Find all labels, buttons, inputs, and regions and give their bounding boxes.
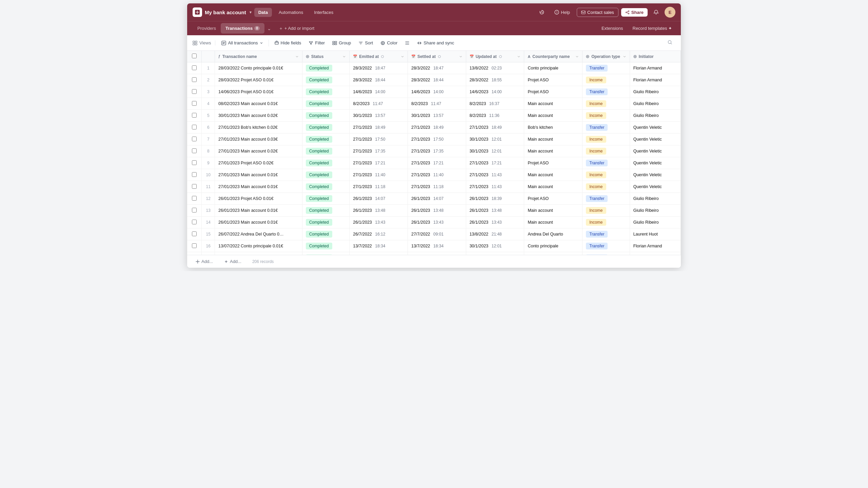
status-cell[interactable]: Completed [302,110,350,122]
status-cell[interactable]: Completed [302,193,350,205]
table-row[interactable]: 314/06/2023 Projet ASO 0.01€Completed14/… [187,86,681,98]
row-checkbox[interactable] [192,137,197,141]
th-updated-at[interactable]: 📅 Updated at [466,51,524,62]
table-row[interactable]: 1526/07/2022 Andrea Del Quarto 0…Complet… [187,228,681,240]
operation-type-cell[interactable]: Income [583,181,630,193]
th-counterparty[interactable]: A Counterparty name [524,51,583,62]
row-checkbox[interactable] [192,101,197,106]
th-status[interactable]: ◎ Status [302,51,350,62]
table-row[interactable]: 727/01/2023 Main account 0.03€Completed2… [187,134,681,145]
row-checkbox[interactable] [192,196,197,201]
operation-type-cell[interactable]: Transfer [583,193,630,205]
row-checkbox-cell[interactable] [187,169,202,181]
status-cell[interactable]: Completed [302,145,350,157]
row-checkbox-cell[interactable] [187,134,202,145]
operation-type-cell[interactable]: Transfer [583,62,630,74]
row-checkbox-cell[interactable] [187,62,202,74]
row-checkbox[interactable] [192,243,197,248]
table-row[interactable]: 927/01/2023 Projet ASO 0.02€Completed27/… [187,157,681,169]
search-btn[interactable] [665,38,675,48]
transaction-name-cell[interactable]: 27/01/2023 Bob's kitchen 0.02€ [215,122,302,134]
row-checkbox-cell[interactable] [187,217,202,228]
sub-nav-more[interactable]: ⌄ [264,24,274,33]
table-row[interactable]: 1426/01/2023 Main account 0.01€Completed… [187,217,681,228]
transaction-name-cell[interactable]: ? QA - New account si… [215,252,302,255]
operation-type-cell[interactable]: Income [583,205,630,217]
transaction-name-cell[interactable]: 27/01/2023 Main account 0.01€ [215,169,302,181]
status-cell[interactable]: Completed [302,98,350,110]
transaction-name-cell[interactable]: 28/03/2022 Projet ASO 0.01€ [215,74,302,86]
transaction-name-cell[interactable]: 30/01/2023 Main account 0.02€ [215,110,302,122]
row-checkbox[interactable] [192,220,197,224]
add-or-import-btn[interactable]: ＋ + Add or import [275,23,318,34]
transactions-tab[interactable]: Transactions 0 [221,23,264,34]
transaction-name-cell[interactable]: 14/06/2023 Projet ASO 0.01€ [215,86,302,98]
operation-type-cell[interactable]: Income [583,98,630,110]
providers-tab[interactable]: Providers [193,23,221,34]
row-checkbox-cell[interactable] [187,193,202,205]
operation-type-cell[interactable]: Income [583,145,630,157]
row-checkbox-cell[interactable] [187,252,202,255]
all-transactions-btn[interactable]: All transactions [218,39,266,47]
operation-type-cell[interactable]: Transfer [583,86,630,98]
row-checkbox-cell[interactable] [187,205,202,217]
th-checkbox[interactable] [187,51,202,62]
record-templates-btn[interactable]: Record templates ✦ [629,24,676,33]
group-btn[interactable]: Group [329,39,354,47]
logo-area[interactable]: My bank account ▾ [193,7,252,17]
table-container[interactable]: ƒ Transaction name ◎ Status [187,51,681,255]
data-nav-btn[interactable]: Data [254,8,272,17]
hide-fields-btn[interactable]: Hide fields [271,39,305,47]
transaction-name-cell[interactable]: 26/01/2023 Main account 0.01€ [215,205,302,217]
operation-type-cell[interactable]: Income [583,74,630,86]
transaction-name-cell[interactable]: 26/07/2022 Andrea Del Quarto 0… [215,228,302,240]
status-cell[interactable]: Completed [302,74,350,86]
row-checkbox[interactable] [192,184,197,189]
row-checkbox[interactable] [192,148,197,153]
transaction-name-cell[interactable]: 27/01/2023 Main account 0.03€ [215,134,302,145]
row-checkbox[interactable] [192,65,197,70]
select-all-checkbox[interactable] [192,54,197,58]
transaction-name-cell[interactable]: 27/01/2023 Main account 0.02€ [215,145,302,157]
row-checkbox[interactable] [192,77,197,82]
th-initiator[interactable]: ◎ Initiator [630,51,680,62]
row-checkbox-cell[interactable] [187,240,202,252]
automations-nav-btn[interactable]: Automations [275,8,307,17]
transaction-name-cell[interactable]: 27/01/2023 Main account 0.01€ [215,181,302,193]
transaction-name-cell[interactable]: 26/01/2023 Main account 0.01€ [215,217,302,228]
status-cell[interactable]: Completed [302,240,350,252]
transaction-name-cell[interactable]: 27/01/2023 Projet ASO 0.02€ [215,157,302,169]
transaction-name-cell[interactable]: 08/02/2023 Main account 0.01€ [215,98,302,110]
row-checkbox-cell[interactable] [187,122,202,134]
th-operation-type[interactable]: ◎ Operation type [583,51,630,62]
row-checkbox-cell[interactable] [187,181,202,193]
status-cell[interactable]: Completed [302,228,350,240]
status-cell[interactable]: Completed [302,252,350,255]
table-row[interactable]: 627/01/2023 Bob's kitchen 0.02€Completed… [187,122,681,134]
extensions-btn[interactable]: Extensions [598,24,627,33]
row-checkbox-cell[interactable] [187,98,202,110]
status-cell[interactable]: Completed [302,62,350,74]
operation-type-cell[interactable]: Transfer [583,157,630,169]
contact-sales-btn[interactable]: Contact sales [577,8,618,17]
transaction-name-cell[interactable]: 28/03/2022 Conto principale 0.01€ [215,62,302,74]
help-nav-btn[interactable]: ? Help [550,8,574,17]
status-cell[interactable]: Completed [302,86,350,98]
share-sync-btn[interactable]: Share and sync [414,39,457,47]
status-cell[interactable]: Completed [302,134,350,145]
transaction-name-cell[interactable]: 13/07/2022 Conto principale 0.01€ [215,240,302,252]
status-cell[interactable]: Completed [302,181,350,193]
row-checkbox[interactable] [192,89,197,94]
th-transaction-name[interactable]: ƒ Transaction name [215,51,302,62]
operation-type-cell[interactable]: Income [583,169,630,181]
density-btn[interactable] [401,39,413,47]
table-row[interactable]: 1127/01/2023 Main account 0.01€Completed… [187,181,681,193]
row-checkbox-cell[interactable] [187,157,202,169]
row-checkbox-cell[interactable] [187,86,202,98]
table-row[interactable]: 1613/07/2022 Conto principale 0.01€Compl… [187,240,681,252]
table-row[interactable]: 128/03/2022 Conto principale 0.01€Comple… [187,62,681,74]
row-checkbox-cell[interactable] [187,228,202,240]
history-icon-btn[interactable] [536,6,548,18]
status-cell[interactable]: Completed [302,205,350,217]
table-row[interactable]: 408/02/2023 Main account 0.01€Completed8… [187,98,681,110]
